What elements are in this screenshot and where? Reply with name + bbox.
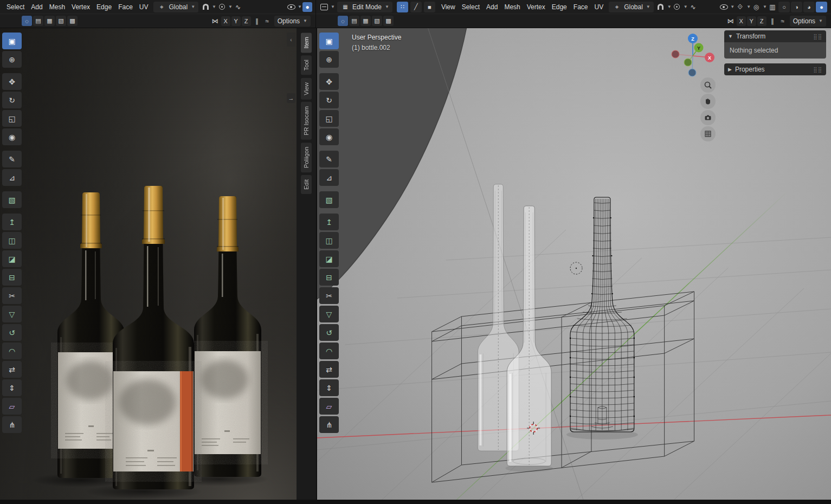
left-tool-transform[interactable]: ◉ — [2, 128, 22, 145]
shading-solid[interactable]: ◑ — [791, 2, 802, 12]
tab-tool[interactable]: Tool — [301, 55, 312, 75]
left-menu-face[interactable]: Face — [115, 2, 136, 12]
left-options-dropdown[interactable]: Options ▼ — [274, 16, 311, 27]
shading-rendered-icon[interactable]: ● — [302, 2, 312, 12]
left-tool-rip-region[interactable]: ⋔ — [2, 416, 22, 433]
left-tool-annotate[interactable]: ✎ — [2, 151, 22, 167]
camera-view-button[interactable] — [700, 110, 716, 125]
right-tool-move[interactable]: ✥ — [319, 73, 339, 90]
properties-section-header[interactable]: ▶ Properties ⣿⣿ — [724, 63, 826, 75]
snap-magnet-icon[interactable] — [201, 2, 210, 12]
proportional-dropdown-caret[interactable]: ▼ — [684, 4, 688, 9]
left-tool-rotate[interactable]: ↻ — [2, 92, 22, 108]
right-menu-add[interactable]: Add — [483, 2, 501, 12]
left-menu-uv[interactable]: UV — [136, 2, 152, 12]
right-select-op-new[interactable]: ◌ — [338, 16, 348, 26]
left-tool-poly-build[interactable]: ▽ — [2, 306, 22, 322]
right-select-op-intersect[interactable]: ▩ — [383, 16, 394, 26]
right-tool-edge-slide[interactable]: ⇄ — [319, 361, 339, 378]
right-menu-uv[interactable]: UV — [591, 2, 607, 12]
falloff-curve-icon[interactable]: ∿ — [688, 2, 698, 12]
right-orientation-dropdown[interactable]: ⌖ Global ▼ — [609, 2, 654, 12]
left-3d-viewport[interactable]: ▣⊕✥↻◱◉✎⊿▧↥◫◪⊟✂▽↺◠⇄⇕▱⋔ ‹ → ItemToolViewPR… — [0, 28, 316, 500]
left-menu-select[interactable]: Select — [3, 2, 28, 12]
right-tool-measure[interactable]: ⊿ — [319, 169, 339, 186]
right-select-op-difference[interactable]: ▧ — [372, 16, 382, 26]
drag-grip-icon[interactable]: ⣿⣿ — [813, 67, 822, 73]
visibility-eye-icon[interactable] — [719, 2, 729, 12]
left-tool-measure[interactable]: ⊿ — [2, 169, 22, 186]
left-menu-mesh[interactable]: Mesh — [46, 2, 68, 12]
select-mode-vertex[interactable]: ∷ — [397, 2, 408, 12]
shading-wireframe[interactable]: ○ — [778, 2, 790, 12]
visibility-caret[interactable]: ▼ — [730, 4, 735, 9]
right-select-op-extend[interactable]: ▤ — [349, 16, 359, 26]
right-tool-transform[interactable]: ◉ — [319, 128, 339, 145]
gizmo-neg-z-axis[interactable] — [688, 69, 696, 76]
right-tool-add-cube[interactable]: ▧ — [319, 191, 339, 208]
left-select-op-extend[interactable]: ▤ — [33, 16, 43, 26]
right-tool-shear[interactable]: ▱ — [319, 398, 339, 415]
left-tool-add-cube[interactable]: ▧ — [2, 191, 22, 208]
navigation-gizmo[interactable]: Z Y X — [668, 31, 717, 80]
left-tool-inset-faces[interactable]: ◫ — [2, 232, 22, 249]
left-tool-edge-slide[interactable]: ⇄ — [2, 361, 22, 378]
left-tool-select-box[interactable]: ▣ — [2, 33, 22, 49]
show-gizmo-icon[interactable]: ⟐ — [735, 2, 745, 12]
falloff-curve-icon[interactable]: ∿ — [233, 2, 243, 12]
left-orientation-dropdown[interactable]: ⌖ Global ▼ — [153, 2, 198, 12]
overlays-caret[interactable]: ▼ — [763, 4, 767, 9]
mirror-icon[interactable]: ⋈ — [210, 16, 220, 26]
right-3d-viewport[interactable]: ▣⊕✥↻◱◉✎⊿▧↥◫◪⊟✂▽↺◠⇄⇕▱⋔ User Perspective (… — [316, 28, 831, 500]
right-select-op-subtract[interactable]: ▦ — [360, 16, 371, 26]
right-menu-select[interactable]: Select — [459, 2, 483, 12]
right-tool-smooth[interactable]: ◠ — [319, 343, 339, 359]
left-mirror-y[interactable]: Y — [231, 16, 241, 26]
mesh-symmetry-icon[interactable]: ≈ — [262, 16, 272, 26]
left-menu-add[interactable]: Add — [28, 2, 46, 12]
pan-button[interactable] — [700, 94, 716, 109]
right-tool-inset-faces[interactable]: ◫ — [319, 232, 339, 249]
expand-sidebar-arrow[interactable]: → — [287, 93, 295, 103]
right-tool-extrude-region[interactable]: ↥ — [319, 214, 339, 230]
left-menu-vertex[interactable]: Vertex — [68, 2, 93, 12]
rendered-viewport-canvas[interactable] — [0, 28, 297, 500]
mesh-symmetry-icon[interactable]: ≈ — [778, 16, 788, 26]
mode-dropdown[interactable]: ▦ Edit Mode ▼ — [337, 2, 392, 12]
right-menu-edge[interactable]: Edge — [549, 2, 570, 12]
left-tool-shear[interactable]: ▱ — [2, 398, 22, 415]
right-menu-view[interactable]: View — [438, 2, 459, 12]
right-tool-cursor[interactable]: ⊕ — [319, 51, 339, 68]
shading-rendered[interactable]: ● — [816, 2, 827, 12]
right-menu-vertex[interactable]: Vertex — [524, 2, 549, 12]
proportional-dropdown-caret[interactable]: ▼ — [228, 4, 233, 9]
xray-toggle-icon[interactable]: ▥ — [768, 2, 777, 12]
snap-symmetry-icon[interactable]: ∥ — [768, 16, 777, 26]
right-tool-annotate[interactable]: ✎ — [319, 151, 339, 167]
right-tool-spin[interactable]: ↺ — [319, 324, 339, 341]
right-tool-bevel[interactable]: ◪ — [319, 250, 339, 267]
tab-edit[interactable]: Edit — [301, 175, 312, 194]
zoom-button[interactable] — [700, 77, 716, 93]
shading-material[interactable]: ◕ — [803, 2, 815, 12]
right-mirror-y[interactable]: Y — [747, 16, 756, 26]
left-tool-spin[interactable]: ↺ — [2, 324, 22, 341]
tab-poliigon[interactable]: Poliigon — [301, 143, 312, 172]
editor-type-caret[interactable]: ▼ — [331, 4, 335, 9]
left-select-op-difference[interactable]: ▧ — [56, 16, 66, 26]
region-toggle-arrow[interactable]: ‹ — [287, 33, 295, 47]
right-menu-face[interactable]: Face — [570, 2, 591, 12]
snap-symmetry-icon[interactable]: ∥ — [252, 16, 262, 26]
visibility-eye-icon[interactable] — [286, 2, 296, 12]
left-tool-shrink-fatten[interactable]: ⇕ — [2, 379, 22, 396]
gizmo-neg-y-axis[interactable] — [684, 59, 692, 66]
visibility-caret[interactable]: ▼ — [298, 4, 302, 9]
left-tool-bevel[interactable]: ◪ — [2, 250, 22, 267]
ortho-toggle-button[interactable] — [700, 126, 716, 141]
drag-grip-icon[interactable]: ⣿⣿ — [813, 34, 822, 40]
gizmo-neg-x-axis[interactable] — [672, 50, 679, 58]
right-tool-shrink-fatten[interactable]: ⇕ — [319, 379, 339, 396]
tab-pr-isocam[interactable]: PR Isocam — [301, 102, 312, 140]
right-mirror-x[interactable]: X — [737, 16, 746, 26]
tab-item[interactable]: Item — [301, 33, 312, 53]
